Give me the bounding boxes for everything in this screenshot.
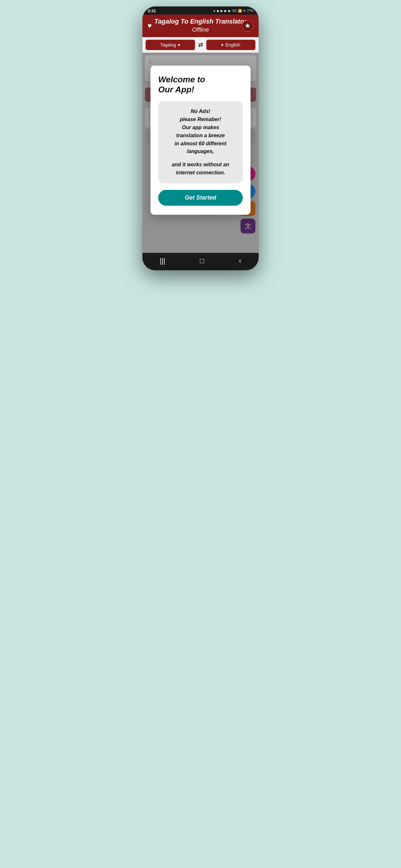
- works-without-line: and it works without an: [172, 162, 229, 167]
- language-selector-bar: Tagalog ▾ ⇄ ▾ English: [143, 37, 258, 53]
- youtube-icon: ▶: [220, 9, 223, 12]
- modal-info-box: No Ads! please Remaber! Our app makes tr…: [158, 101, 243, 183]
- modal-overlay: Welcome toOur App! No Ads! please Remabe…: [143, 53, 258, 253]
- vd-label: VD: [232, 9, 237, 12]
- welcome-modal: Welcome toOur App! No Ads! please Remabe…: [150, 66, 251, 215]
- shield-star-icon[interactable]: ★: [242, 20, 253, 32]
- swap-icon: ⇄: [198, 42, 203, 48]
- app-subtitle: Offline: [148, 27, 253, 33]
- youtube-icon-3: ▶: [228, 9, 231, 12]
- languages-label-line: languages,: [187, 149, 214, 154]
- fb-icon: ●: [213, 9, 215, 12]
- remaber-line: please Remaber!: [180, 117, 221, 122]
- app-makes-line: Our app makes: [182, 125, 219, 130]
- home-button[interactable]: □: [200, 257, 204, 265]
- wifi-icon: 📶: [238, 9, 242, 12]
- swap-languages-button[interactable]: ⇄: [197, 40, 204, 50]
- translation-breeze-line: translation a breeze: [176, 133, 225, 138]
- source-language-label: Tagalog: [160, 42, 176, 48]
- modal-info-text: No Ads! please Remaber! Our app makes tr…: [164, 107, 237, 177]
- target-language-button[interactable]: ▾ English: [206, 40, 256, 50]
- airplane-icon: ✈: [243, 9, 246, 12]
- youtube-icon-2: ▶: [224, 9, 227, 12]
- app-icon-1: ◆: [217, 9, 219, 12]
- modal-title: Welcome toOur App!: [158, 74, 243, 95]
- battery-icon: 77%: [247, 9, 253, 12]
- back-icon: ‹: [239, 257, 241, 265]
- back-button[interactable]: ‹: [239, 257, 241, 265]
- navigation-bar: ||| □ ‹: [143, 253, 258, 270]
- status-bar: 3:31 ● ◆ ▶ ▶ ▶ VD 📶 ✈ 77%: [143, 6, 258, 14]
- spacer: [164, 156, 237, 161]
- app-title: Tagalog To English Translator: [148, 18, 253, 25]
- recent-apps-button[interactable]: |||: [160, 257, 165, 265]
- source-language-button[interactable]: Tagalog ▾: [146, 40, 195, 50]
- status-icons: ● ◆ ▶ ▶ ▶ VD 📶 ✈ 77%: [213, 9, 253, 12]
- app-header: ♥ Tagalog To English Translator Offline …: [143, 14, 258, 37]
- internet-line: internet connection.: [176, 170, 225, 175]
- favorite-icon[interactable]: ♥: [148, 22, 152, 30]
- phone-wrapper: 3:31 ● ◆ ▶ ▶ ▶ VD 📶 ✈ 77% ♥ Tagalog To E…: [143, 6, 258, 270]
- home-icon: □: [200, 257, 204, 265]
- status-time: 3:31: [148, 8, 156, 13]
- recent-apps-icon: |||: [160, 257, 165, 265]
- phone-frame: 3:31 ● ◆ ▶ ▶ ▶ VD 📶 ✈ 77% ♥ Tagalog To E…: [143, 6, 258, 270]
- app-content-area: M... Re... ♡ ⧉ ⊞ 文 Welcome toOur App!: [143, 53, 258, 253]
- target-language-label: English: [225, 42, 240, 48]
- source-dropdown-icon: ▾: [178, 42, 180, 48]
- target-dropdown-icon: ▾: [221, 42, 223, 48]
- languages-count-line: in almost 60 different: [175, 141, 227, 146]
- no-ads-line: No Ads!: [191, 108, 211, 114]
- get-started-button[interactable]: Get Started: [158, 190, 243, 206]
